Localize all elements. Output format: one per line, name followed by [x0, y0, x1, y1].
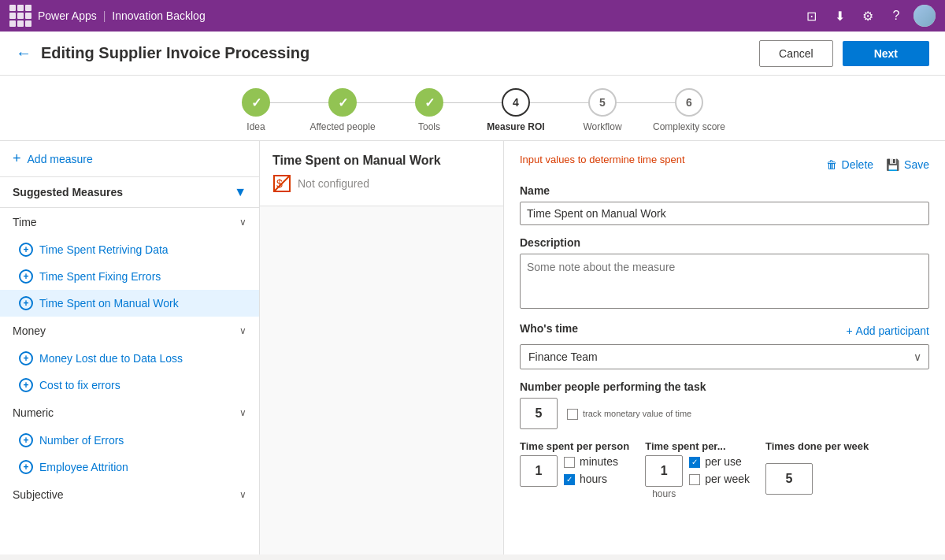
- name-input[interactable]: [520, 202, 929, 225]
- suggested-title: Suggested Measures: [13, 186, 123, 198]
- add-item-icon: +: [19, 433, 33, 447]
- per-use-label: per use: [705, 455, 742, 468]
- cancel-button[interactable]: Cancel: [759, 40, 833, 67]
- time-per-label: Time spent per...: [645, 440, 750, 452]
- download-icon[interactable]: ⬇: [832, 8, 847, 24]
- time-per-person-label: Time spent per person: [520, 440, 629, 452]
- measure-item-time-2[interactable]: + Time Spent Fixing Errors: [0, 263, 259, 290]
- chevron-money-icon: ∨: [239, 325, 246, 336]
- times-done-label: Times done per week: [765, 440, 869, 454]
- time-per-person-value[interactable]: 1: [520, 455, 558, 487]
- step-workflow: 5 Workflow: [559, 88, 646, 132]
- save-button[interactable]: 💾 Save: [886, 158, 929, 171]
- help-icon[interactable]: ?: [888, 8, 904, 24]
- measure-item-numeric-2[interactable]: + Employee Attrition: [0, 454, 259, 480]
- per-week-label: per week: [705, 473, 750, 485]
- add-participant-plus-icon: +: [846, 325, 852, 337]
- add-item-icon: +: [19, 269, 33, 284]
- time-per-group: Time spent per... 1 hours ✓ per use pe: [645, 440, 750, 499]
- page-title: Editing Supplier Invoice Processing: [41, 44, 750, 62]
- category-time[interactable]: Time ∨: [0, 208, 259, 236]
- settings-icon[interactable]: ⚙: [860, 8, 876, 24]
- step-circle-tools: ✓: [415, 88, 443, 117]
- add-item-icon: +: [19, 351, 33, 365]
- sidebar: + Add measure Suggested Measures ▼ Time …: [0, 141, 260, 554]
- step-circle-affected: ✓: [328, 88, 357, 117]
- monitor-icon[interactable]: ⊡: [803, 8, 819, 24]
- minutes-option[interactable]: minutes: [564, 455, 618, 468]
- add-item-icon: +: [19, 296, 33, 310]
- track-monetary-checkbox-group: track monetary value of time: [567, 408, 691, 420]
- step-circle-complexity: 6: [675, 88, 703, 117]
- whos-time-label: Who's time: [520, 322, 578, 335]
- description-input[interactable]: [520, 254, 929, 309]
- hours-label: hours: [580, 473, 607, 485]
- minutes-checkbox[interactable]: [564, 457, 575, 468]
- measure-item-money-2[interactable]: + Cost to fix errors: [0, 372, 259, 399]
- step-label-tools: Tools: [418, 121, 440, 132]
- description-field-group: Description: [520, 236, 929, 311]
- per-use-checkbox[interactable]: ✓: [689, 457, 700, 468]
- next-button[interactable]: Next: [843, 41, 929, 66]
- time-per-person-inner: 1 minutes ✓ hours: [520, 455, 629, 487]
- measure-item-numeric-1[interactable]: + Number of Errors: [0, 427, 259, 454]
- chevron-numeric-icon: ∨: [239, 407, 246, 418]
- add-measure-button[interactable]: + Add measure: [0, 141, 259, 177]
- track-monetary-label: track monetary value of time: [583, 408, 691, 419]
- times-done-value[interactable]: 5: [765, 463, 813, 495]
- per-week-checkbox[interactable]: [689, 474, 700, 485]
- step-label-measure: Measure ROI: [487, 121, 544, 132]
- save-icon: 💾: [886, 158, 899, 171]
- chevron-time-icon: ∨: [239, 217, 246, 228]
- time-per-value[interactable]: 1: [645, 455, 683, 487]
- hours-option[interactable]: ✓ hours: [564, 473, 618, 485]
- input-hint: Input values to determine time spent: [520, 154, 685, 165]
- right-panel-actions: Input values to determine time spent 🗑 D…: [520, 154, 929, 175]
- step-measure: 4 Measure ROI: [472, 88, 559, 132]
- measure-item-money-1[interactable]: + Money Lost due to Data Loss: [0, 345, 259, 372]
- number-people-label: Number people performing the task: [520, 380, 929, 393]
- panel-middle: Time Spent on Manual Work $ Not configur…: [260, 141, 504, 554]
- add-item-icon: +: [19, 460, 33, 474]
- step-complexity: 6 Complexity score: [646, 88, 732, 132]
- plus-icon: +: [13, 150, 21, 167]
- time-per-inner: 1 hours ✓ per use per week: [645, 455, 750, 499]
- finance-team-select[interactable]: Finance Team: [520, 344, 929, 369]
- hours-checkbox[interactable]: ✓: [564, 474, 575, 485]
- topbar: Power Apps | Innovation Backlog ⊡ ⬇ ⚙ ?: [0, 0, 945, 32]
- times-done-group: Times done per week 5: [765, 440, 869, 499]
- name-label: Name: [520, 184, 929, 197]
- step-label-affected: Affected people: [309, 121, 375, 132]
- apps-grid-icon[interactable]: [9, 5, 32, 27]
- track-monetary-checkbox[interactable]: [567, 409, 578, 420]
- suggested-header: Suggested Measures ▼: [0, 177, 259, 208]
- back-button[interactable]: ←: [16, 44, 32, 62]
- add-participant-button[interactable]: + Add participant: [846, 325, 929, 337]
- panel-header: Time Spent on Manual Work $ Not configur…: [260, 141, 503, 206]
- description-label: Description: [520, 236, 929, 249]
- delete-button[interactable]: 🗑 Delete: [826, 158, 873, 171]
- per-week-option[interactable]: per week: [689, 473, 750, 485]
- action-buttons: 🗑 Delete 💾 Save: [826, 158, 929, 171]
- name-field-group: Name: [520, 184, 929, 225]
- number-people-value[interactable]: 5: [520, 398, 558, 429]
- topbar-product: Innovation Backlog: [112, 9, 205, 22]
- whos-time-field-group: Who's time + Add participant Finance Tea…: [520, 322, 929, 369]
- measure-item-time-3[interactable]: + Time Spent on Manual Work: [0, 290, 259, 317]
- measure-item-time-1[interactable]: + Time Spent Retriving Data: [0, 236, 259, 263]
- category-numeric[interactable]: Numeric ∨: [0, 399, 259, 427]
- whos-time-row: Who's time + Add participant: [520, 322, 929, 339]
- avatar[interactable]: [914, 5, 936, 27]
- per-use-option[interactable]: ✓ per use: [689, 455, 750, 468]
- not-configured-label: Not configured: [298, 177, 369, 190]
- right-panel: Input values to determine time spent 🗑 D…: [504, 141, 945, 554]
- topbar-app: Power Apps: [38, 9, 97, 22]
- not-configured-status: $ Not configured: [272, 174, 491, 193]
- topbar-divider: |: [103, 9, 106, 22]
- stepper: ✓ Idea ✓ Affected people ✓ Tools 4 Measu…: [0, 76, 945, 141]
- step-circle-workflow: 5: [588, 88, 617, 117]
- step-circle-measure: 4: [502, 88, 530, 117]
- category-money[interactable]: Money ∨: [0, 317, 259, 345]
- filter-icon[interactable]: ▼: [234, 185, 246, 199]
- category-subjective[interactable]: Subjective ∨: [0, 480, 259, 509]
